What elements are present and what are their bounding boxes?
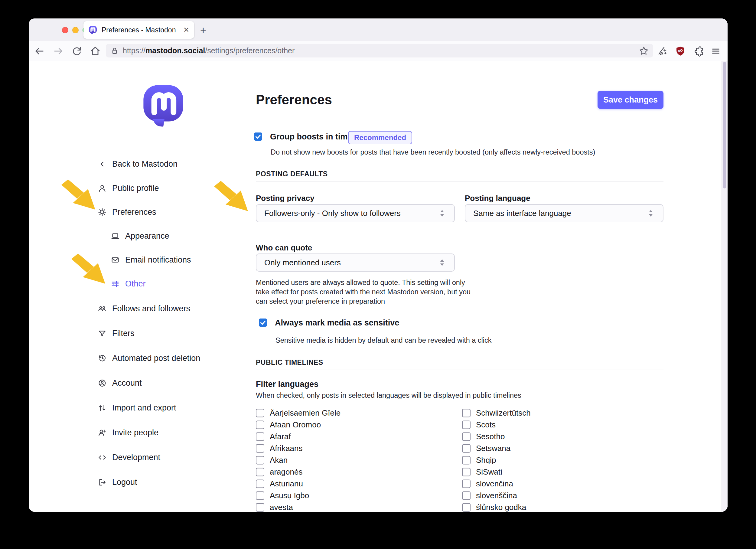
language-checkbox[interactable] <box>462 409 471 417</box>
people-icon <box>98 304 107 313</box>
language-row[interactable]: Afaraf <box>256 432 291 441</box>
language-checkbox[interactable] <box>462 479 471 488</box>
sidebar-item-follows-and-followers[interactable]: Follows and followers <box>98 304 190 313</box>
language-row[interactable]: Afrikaans <box>256 444 302 453</box>
filter-languages-label: Filter languages <box>256 380 318 389</box>
sidebar-item-email-notifications[interactable]: Email notifications <box>111 255 191 265</box>
language-row[interactable]: Asụsụ Igbo <box>256 491 309 500</box>
language-row[interactable]: Shqip <box>462 456 496 465</box>
save-changes-button[interactable]: Save changes <box>598 91 663 109</box>
sidebar-item-label: Other <box>125 279 146 289</box>
clear-cookies-broom-icon[interactable] <box>654 44 669 58</box>
ublock-shield-icon[interactable]: uO <box>673 44 688 58</box>
posting-privacy-select[interactable]: Followers-only - Only show to followers <box>256 204 455 222</box>
language-checkbox[interactable] <box>462 468 471 476</box>
person-add-icon <box>98 428 107 437</box>
person-icon <box>98 184 107 193</box>
new-tab-button[interactable]: + <box>194 21 212 39</box>
sidebar-item-appearance[interactable]: Appearance <box>111 231 169 241</box>
tab-close-icon[interactable]: ✕ <box>183 26 189 34</box>
sidebar-item-label: Public profile <box>112 184 159 193</box>
language-row[interactable]: Setswana <box>462 444 510 453</box>
sidebar-item-filters[interactable]: Filters <box>98 329 135 338</box>
language-checkbox[interactable] <box>256 456 264 464</box>
browser-window: Preferences - Mastodon ✕ + https://masto… <box>29 18 728 512</box>
sidebar-item-preferences[interactable]: Preferences <box>98 208 156 217</box>
language-row[interactable]: slovenščina <box>462 491 517 500</box>
language-row[interactable]: Schwiizertütsch <box>462 408 531 418</box>
forward-icon[interactable] <box>51 44 66 58</box>
browser-tab[interactable]: Preferences - Mastodon ✕ <box>83 21 194 39</box>
sidebar-item-logout[interactable]: Logout <box>98 478 137 487</box>
scrollbar-track[interactable] <box>722 61 728 512</box>
back-icon[interactable] <box>32 44 47 58</box>
language-checkbox[interactable] <box>256 432 264 441</box>
language-checkbox[interactable] <box>462 491 471 500</box>
language-row[interactable]: Scots <box>462 420 496 430</box>
sidebar-item-invite-people[interactable]: Invite people <box>98 428 158 437</box>
annotation-arrow-posting-privacy <box>212 178 250 214</box>
envelope-icon <box>111 255 120 264</box>
url-text: https://mastodon.social/settings/prefere… <box>123 46 635 55</box>
language-row[interactable]: Sesotho <box>462 432 505 441</box>
sensitive-media-checkbox[interactable] <box>259 319 267 327</box>
language-checkbox[interactable] <box>462 420 471 429</box>
sidebar-item-label: Back to Mastodon <box>112 159 178 169</box>
language-row[interactable]: SiSwati <box>462 467 502 477</box>
language-checkbox[interactable] <box>256 444 264 453</box>
language-checkbox[interactable] <box>462 432 471 441</box>
language-checkbox[interactable] <box>256 479 264 488</box>
posting-language-select[interactable]: Same as interface language <box>465 204 663 222</box>
language-row[interactable]: slovenčina <box>462 479 513 489</box>
sidebar-item-import-and-export[interactable]: Import and export <box>98 403 176 413</box>
posting-language-label: Posting language <box>465 194 530 203</box>
language-row[interactable]: Asturianu <box>256 479 303 489</box>
reload-icon[interactable] <box>70 44 84 58</box>
navigation-toolbar: https://mastodon.social/settings/prefere… <box>29 41 728 61</box>
minimize-window-button[interactable] <box>72 27 79 33</box>
menu-hamburger-icon[interactable] <box>709 44 723 58</box>
bookmark-star-icon[interactable] <box>639 46 649 56</box>
sidebar-item-other[interactable]: Other <box>111 279 146 289</box>
gear-icon <box>98 208 107 217</box>
sidebar-item-development[interactable]: Development <box>98 453 160 462</box>
sidebar-item-label: Logout <box>112 478 137 487</box>
sidebar-item-automated-post-deletion[interactable]: Automated post deletion <box>98 354 200 363</box>
group-boosts-checkbox[interactable] <box>254 132 262 141</box>
language-row[interactable]: aragonés <box>256 467 302 477</box>
sidebar-item-label: Preferences <box>112 208 156 217</box>
language-checkbox[interactable] <box>462 503 471 511</box>
home-icon[interactable] <box>88 44 103 58</box>
section-divider <box>256 370 663 370</box>
language-checkbox[interactable] <box>256 468 264 476</box>
language-row[interactable]: ślůnsko godka <box>462 503 526 512</box>
language-row[interactable]: Åarjelsaemien Gïele <box>256 408 341 418</box>
language-checkbox[interactable] <box>462 456 471 464</box>
close-window-button[interactable] <box>62 27 68 33</box>
sidebar-item-label: Invite people <box>112 428 158 437</box>
annotation-arrow-preferences <box>59 177 98 212</box>
sidebar-item-label: Automated post deletion <box>112 354 200 363</box>
language-checkbox[interactable] <box>256 503 264 511</box>
language-row[interactable]: avesta <box>256 503 293 512</box>
svg-text:uO: uO <box>678 48 683 52</box>
sidebar-item-public-profile[interactable]: Public profile <box>98 184 159 193</box>
language-checkbox[interactable] <box>256 409 264 417</box>
url-bar[interactable]: https://mastodon.social/settings/prefere… <box>106 44 653 57</box>
lock-icon <box>110 46 119 55</box>
sensitive-media-label[interactable]: Always mark media as sensitive <box>275 318 399 328</box>
who-can-quote-select[interactable]: Only mentioned users <box>256 253 455 272</box>
extensions-puzzle-icon[interactable] <box>691 44 706 58</box>
filter-languages-hint: When checked, only posts in selected lan… <box>256 391 521 400</box>
scrollbar-thumb[interactable] <box>723 62 726 188</box>
language-checkbox[interactable] <box>462 444 471 453</box>
sidebar-item-account[interactable]: Account <box>98 378 142 388</box>
sidebar-item-back-to-mastodon[interactable]: Back to Mastodon <box>98 159 178 169</box>
language-row[interactable]: Afaan Oromoo <box>256 420 321 430</box>
checkmark-icon <box>259 319 267 327</box>
language-checkbox[interactable] <box>256 420 264 429</box>
sidebar-item-label: Filters <box>112 329 135 338</box>
language-checkbox[interactable] <box>256 491 264 500</box>
language-row[interactable]: Akan <box>256 456 288 465</box>
history-icon <box>98 354 107 363</box>
